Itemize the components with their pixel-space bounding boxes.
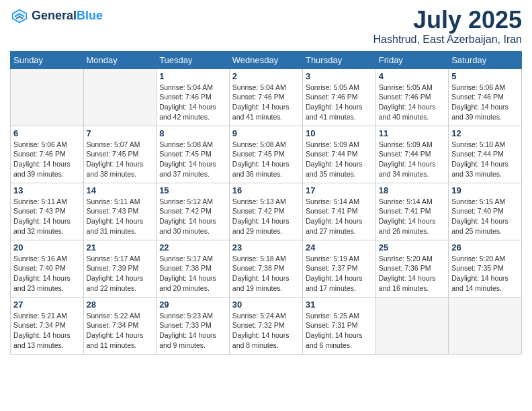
day-number: 4	[379, 71, 445, 81]
calendar-cell: 13Sunrise: 5:11 AM Sunset: 7:43 PM Dayli…	[11, 183, 84, 240]
day-info: Sunrise: 5:06 AM Sunset: 7:46 PM Dayligh…	[451, 83, 519, 122]
day-info: Sunrise: 5:22 AM Sunset: 7:34 PM Dayligh…	[87, 311, 154, 351]
day-number: 20	[13, 242, 81, 253]
calendar-cell: 22Sunrise: 5:17 AM Sunset: 7:38 PM Dayli…	[157, 240, 230, 297]
calendar-cell: 25Sunrise: 5:20 AM Sunset: 7:36 PM Dayli…	[375, 240, 448, 297]
logo-text-line1: GeneralBlue	[32, 9, 103, 23]
calendar-cell: 17Sunrise: 5:14 AM Sunset: 7:41 PM Dayli…	[302, 183, 375, 240]
day-info: Sunrise: 5:08 AM Sunset: 7:45 PM Dayligh…	[159, 140, 226, 179]
day-info: Sunrise: 5:07 AM Sunset: 7:45 PM Dayligh…	[87, 140, 154, 179]
day-number: 8	[159, 128, 226, 138]
location: Hashtrud, East Azerbaijan, Iran	[373, 34, 522, 46]
day-number: 17	[306, 185, 373, 195]
logo: GeneralBlue	[10, 7, 103, 26]
calendar-cell	[83, 68, 157, 126]
page-header: GeneralBlue July 2025 Hashtrud, East Aze…	[10, 7, 522, 46]
day-info: Sunrise: 5:19 AM Sunset: 7:37 PM Dayligh…	[306, 254, 373, 293]
calendar-cell: 24Sunrise: 5:19 AM Sunset: 7:37 PM Dayli…	[302, 240, 375, 297]
day-info: Sunrise: 5:14 AM Sunset: 7:41 PM Dayligh…	[379, 197, 445, 236]
day-info: Sunrise: 5:24 AM Sunset: 7:32 PM Dayligh…	[232, 311, 300, 351]
calendar-cell: 15Sunrise: 5:12 AM Sunset: 7:42 PM Dayli…	[157, 183, 230, 240]
day-info: Sunrise: 5:11 AM Sunset: 7:43 PM Dayligh…	[13, 197, 81, 236]
day-number: 27	[13, 300, 81, 310]
day-number: 31	[306, 300, 373, 310]
calendar-cell: 19Sunrise: 5:15 AM Sunset: 7:40 PM Dayli…	[449, 183, 522, 240]
calendar-cell: 10Sunrise: 5:09 AM Sunset: 7:44 PM Dayli…	[302, 126, 375, 183]
calendar-cell: 5Sunrise: 5:06 AM Sunset: 7:46 PM Daylig…	[449, 68, 522, 126]
day-number: 7	[87, 128, 154, 138]
day-number: 5	[451, 71, 519, 81]
day-number: 22	[159, 242, 226, 253]
calendar-header-monday: Monday	[83, 51, 157, 68]
calendar-cell	[449, 297, 522, 354]
calendar-cell: 28Sunrise: 5:22 AM Sunset: 7:34 PM Dayli…	[83, 297, 157, 354]
day-number: 1	[159, 71, 226, 81]
calendar-cell: 20Sunrise: 5:16 AM Sunset: 7:40 PM Dayli…	[11, 240, 84, 297]
day-number: 13	[13, 185, 81, 195]
calendar-cell: 29Sunrise: 5:23 AM Sunset: 7:33 PM Dayli…	[157, 297, 230, 354]
calendar-cell	[11, 68, 84, 126]
logo-icon	[10, 7, 29, 26]
day-info: Sunrise: 5:25 AM Sunset: 7:31 PM Dayligh…	[306, 311, 373, 351]
calendar-header-friday: Friday	[375, 51, 448, 68]
calendar-cell: 27Sunrise: 5:21 AM Sunset: 7:34 PM Dayli…	[11, 297, 84, 354]
day-number: 21	[87, 242, 154, 253]
title-block: July 2025 Hashtrud, East Azerbaijan, Ira…	[373, 7, 522, 46]
day-number: 3	[306, 71, 373, 81]
calendar-header-tuesday: Tuesday	[157, 51, 230, 68]
day-number: 11	[379, 128, 445, 138]
day-info: Sunrise: 5:13 AM Sunset: 7:42 PM Dayligh…	[232, 197, 300, 236]
day-number: 15	[159, 185, 226, 195]
calendar-week-1: 1Sunrise: 5:04 AM Sunset: 7:46 PM Daylig…	[11, 68, 522, 126]
calendar-header-thursday: Thursday	[302, 51, 375, 68]
day-info: Sunrise: 5:11 AM Sunset: 7:43 PM Dayligh…	[87, 197, 154, 236]
day-number: 30	[232, 300, 300, 310]
day-info: Sunrise: 5:06 AM Sunset: 7:46 PM Dayligh…	[13, 140, 81, 179]
calendar-table: SundayMondayTuesdayWednesdayThursdayFrid…	[10, 51, 522, 355]
day-number: 6	[13, 128, 81, 138]
calendar-cell: 1Sunrise: 5:04 AM Sunset: 7:46 PM Daylig…	[157, 68, 230, 126]
calendar-cell: 14Sunrise: 5:11 AM Sunset: 7:43 PM Dayli…	[83, 183, 157, 240]
day-info: Sunrise: 5:16 AM Sunset: 7:40 PM Dayligh…	[13, 254, 81, 293]
calendar-header-row: SundayMondayTuesdayWednesdayThursdayFrid…	[11, 51, 522, 68]
day-info: Sunrise: 5:10 AM Sunset: 7:44 PM Dayligh…	[451, 140, 519, 179]
calendar-cell: 11Sunrise: 5:09 AM Sunset: 7:44 PM Dayli…	[375, 126, 448, 183]
day-info: Sunrise: 5:23 AM Sunset: 7:33 PM Dayligh…	[159, 311, 226, 351]
calendar-week-3: 13Sunrise: 5:11 AM Sunset: 7:43 PM Dayli…	[11, 183, 522, 240]
day-number: 10	[306, 128, 373, 138]
calendar-cell: 21Sunrise: 5:17 AM Sunset: 7:39 PM Dayli…	[83, 240, 157, 297]
calendar-cell: 31Sunrise: 5:25 AM Sunset: 7:31 PM Dayli…	[302, 297, 375, 354]
day-number: 29	[159, 300, 226, 310]
day-info: Sunrise: 5:20 AM Sunset: 7:35 PM Dayligh…	[451, 254, 519, 293]
day-number: 25	[379, 242, 445, 253]
calendar-cell: 7Sunrise: 5:07 AM Sunset: 7:45 PM Daylig…	[83, 126, 157, 183]
day-info: Sunrise: 5:20 AM Sunset: 7:36 PM Dayligh…	[379, 254, 445, 293]
calendar-cell: 6Sunrise: 5:06 AM Sunset: 7:46 PM Daylig…	[11, 126, 84, 183]
calendar-header-saturday: Saturday	[449, 51, 522, 68]
day-info: Sunrise: 5:09 AM Sunset: 7:44 PM Dayligh…	[379, 140, 445, 179]
day-number: 18	[379, 185, 445, 195]
day-number: 9	[232, 128, 300, 138]
day-number: 16	[232, 185, 300, 195]
calendar-week-5: 27Sunrise: 5:21 AM Sunset: 7:34 PM Dayli…	[11, 297, 522, 354]
calendar-cell: 18Sunrise: 5:14 AM Sunset: 7:41 PM Dayli…	[375, 183, 448, 240]
day-number: 12	[451, 128, 519, 138]
calendar-cell: 8Sunrise: 5:08 AM Sunset: 7:45 PM Daylig…	[157, 126, 230, 183]
day-info: Sunrise: 5:04 AM Sunset: 7:46 PM Dayligh…	[232, 83, 300, 122]
calendar-cell: 30Sunrise: 5:24 AM Sunset: 7:32 PM Dayli…	[229, 297, 302, 354]
calendar-cell: 12Sunrise: 5:10 AM Sunset: 7:44 PM Dayli…	[449, 126, 522, 183]
day-number: 23	[232, 242, 300, 253]
calendar-header-wednesday: Wednesday	[229, 51, 302, 68]
day-info: Sunrise: 5:18 AM Sunset: 7:38 PM Dayligh…	[232, 254, 300, 293]
day-number: 14	[87, 185, 154, 195]
calendar-cell: 23Sunrise: 5:18 AM Sunset: 7:38 PM Dayli…	[229, 240, 302, 297]
day-info: Sunrise: 5:15 AM Sunset: 7:40 PM Dayligh…	[451, 197, 519, 236]
svg-marker-0	[11, 8, 28, 24]
calendar-header-sunday: Sunday	[11, 51, 84, 68]
day-info: Sunrise: 5:17 AM Sunset: 7:39 PM Dayligh…	[87, 254, 154, 293]
day-number: 26	[451, 242, 519, 253]
day-info: Sunrise: 5:05 AM Sunset: 7:46 PM Dayligh…	[306, 83, 373, 122]
day-info: Sunrise: 5:05 AM Sunset: 7:46 PM Dayligh…	[379, 83, 445, 122]
month-title: July 2025	[373, 7, 522, 34]
calendar-cell	[375, 297, 448, 354]
